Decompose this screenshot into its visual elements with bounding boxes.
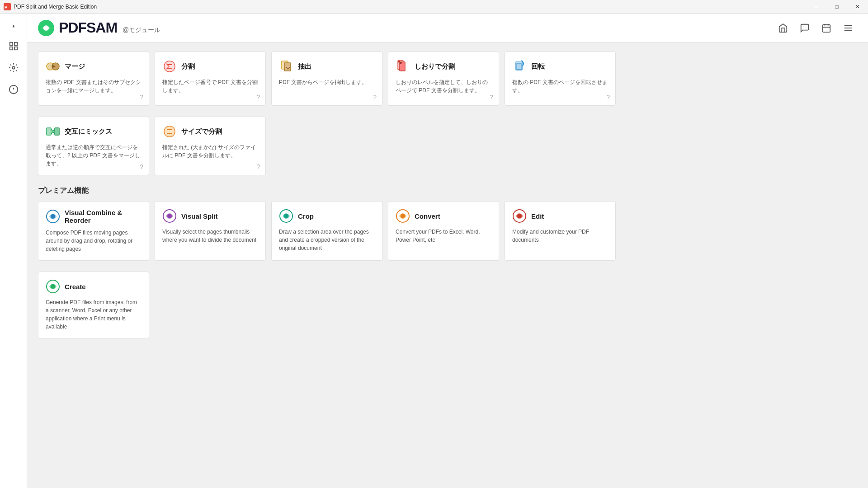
app-icon: P [4, 3, 11, 10]
card-split-header: 分割 [162, 59, 258, 74]
svg-rect-4 [9, 47, 12, 50]
card-create-desc: Generate PDF files from images, from a s… [46, 298, 142, 331]
card-split-desc: 指定したページ番号で PDF 文書を分割します。 [162, 78, 258, 94]
card-size-split-header: サイズで分割 [162, 124, 258, 139]
card-convert[interactable]: Convert Convert your PDFs to Excel, Word… [388, 201, 499, 261]
card-rotate[interactable]: 回転 複数の PDF 文書のページを回転させます。 ? [505, 52, 616, 106]
card-rotate-header: 回転 [512, 59, 608, 74]
card-bookmarks-header: しおりで分割 [396, 59, 491, 74]
card-create-header: Create [46, 279, 142, 294]
card-merge-header: マージ [46, 59, 142, 74]
sidebar-collapse-button[interactable] [5, 18, 22, 34]
card-merge[interactable]: マージ 複数の PDF 文書またはそのサブセクションを一緒にマージします。 ? [38, 52, 149, 106]
card-mix-header: 交互にミックス [46, 124, 142, 139]
card-visual-split-header: Visual Split [162, 209, 258, 223]
card-edit-header: Edit [512, 209, 608, 223]
svg-rect-25 [284, 63, 291, 71]
home-button[interactable] [774, 19, 792, 37]
create-tools-grid: Create Generate PDF files from images, f… [38, 272, 857, 338]
card-split[interactable]: 分割 指定したページ番号で PDF 文書を分割します。 ? [155, 52, 266, 106]
main-header: PDFSAM @モジュール [27, 14, 868, 42]
card-visual-combine-desc: Compose PDF files moving pages around by… [46, 229, 142, 253]
card-merge-help[interactable]: ? [140, 94, 143, 101]
svg-rect-30 [47, 128, 51, 135]
card-split-title: 分割 [181, 62, 195, 71]
card-rotate-help[interactable]: ? [606, 94, 610, 101]
chat-button[interactable] [796, 19, 814, 37]
card-convert-header: Convert [396, 209, 491, 223]
logo-area: PDFSAM @モジュール [38, 19, 160, 36]
crop-icon [279, 209, 293, 223]
card-extract-help[interactable]: ? [373, 94, 377, 101]
convert-icon [396, 209, 410, 223]
card-crop[interactable]: Crop Draw a selection area over the page… [271, 201, 382, 261]
card-visual-combine-title: Visual Combine & Reorder [65, 209, 142, 224]
svg-rect-2 [9, 42, 12, 45]
card-edit-desc: Modify and customize your PDF documents [512, 228, 608, 244]
sidebar-item-settings[interactable] [4, 58, 24, 78]
card-size-split-title: サイズで分割 [181, 127, 222, 136]
card-mix[interactable]: 交互にミックス 通常または逆の順序で交互にページを取って、2 以上の PDF 文… [38, 117, 149, 175]
svg-point-40 [284, 214, 288, 218]
card-edit-title: Edit [531, 212, 544, 220]
card-visual-combine[interactable]: Visual Combine & Reorder Compose PDF fil… [38, 201, 149, 261]
titlebar-title: PDF Split and Merge Basic Edition [14, 4, 97, 10]
card-merge-title: マージ [65, 62, 85, 71]
card-mix-desc: 通常または逆の順序で交互にページを取って、2 以上の PDF 文書をマージします… [46, 143, 142, 168]
svg-rect-29 [517, 63, 521, 70]
card-mix-title: 交互にミックス [65, 127, 112, 136]
card-size-split[interactable]: サイズで分割 指定された (大まかな) サイズのファイルに PDF 文書を分割し… [155, 117, 266, 175]
card-convert-desc: Convert your PDFs to Excel, Word, Power … [396, 228, 491, 244]
card-crop-title: Crop [298, 212, 314, 220]
svg-point-6 [12, 66, 15, 69]
pdfsam-logo-icon [38, 20, 54, 36]
card-extract-desc: PDF 文書からページを抽出します。 [279, 78, 375, 86]
card-split-help[interactable]: ? [256, 94, 260, 101]
card-merge-desc: 複数の PDF 文書またはそのサブセクションを一緒にマージします。 [46, 78, 142, 94]
svg-point-36 [51, 214, 55, 219]
create-icon [46, 279, 60, 294]
calendar-button[interactable] [817, 19, 835, 37]
menu-button[interactable] [839, 19, 857, 37]
card-extract[interactable]: 抽出 PDF 文書からページを抽出します。 ? [271, 52, 382, 106]
size-split-icon [162, 124, 177, 139]
card-visual-combine-header: Visual Combine & Reorder [46, 209, 142, 224]
card-bookmarks-help[interactable]: ? [490, 94, 493, 101]
card-mix-help[interactable]: ? [140, 163, 143, 170]
card-edit[interactable]: Edit Modify and customize your PDF docum… [505, 201, 616, 261]
premium-section-title: プレミアム機能 [38, 186, 857, 196]
svg-point-42 [401, 214, 405, 218]
header-icons [774, 19, 857, 37]
edit-icon [512, 209, 527, 223]
card-visual-split[interactable]: Visual Split Visually select the pages t… [155, 201, 266, 261]
card-size-split-help[interactable]: ? [256, 163, 260, 170]
logo-text: PDFSAM [59, 19, 117, 36]
visual-combine-icon [46, 209, 60, 224]
card-create[interactable]: Create Generate PDF files from images, f… [38, 272, 149, 338]
card-rotate-title: 回転 [531, 62, 545, 71]
logo-sub: @モジュール [123, 26, 160, 36]
card-extract-header: 抽出 [279, 59, 375, 74]
svg-point-38 [167, 214, 172, 218]
mix-icon [46, 124, 60, 139]
basic-tools-grid-2: 交互にミックス 通常または逆の順序で交互にページを取って、2 以上の PDF 文… [38, 117, 857, 175]
split-icon [162, 59, 177, 74]
premium-tools-grid: Visual Combine & Reorder Compose PDF fil… [38, 201, 857, 261]
basic-tools-grid: マージ 複数の PDF 文書またはそのサブセクションを一緒にマージします。 ? [38, 52, 857, 106]
minimize-button[interactable]: – [806, 0, 826, 14]
close-button[interactable]: ✕ [847, 0, 868, 14]
titlebar: P PDF Split and Merge Basic Edition – □ … [0, 0, 868, 14]
svg-point-11 [44, 26, 48, 30]
sidebar-item-info[interactable] [4, 80, 24, 99]
card-bookmarks-title: しおりで分割 [415, 62, 455, 71]
card-extract-title: 抽出 [298, 62, 311, 71]
card-visual-split-desc: Visually select the pages thumbnails whe… [162, 228, 258, 244]
card-create-title: Create [65, 283, 86, 291]
svg-rect-5 [14, 47, 17, 50]
sidebar-item-grid[interactable] [4, 36, 24, 56]
card-bookmarks[interactable]: しおりで分割 しおりのレベルを指定して、しおりのページで PDF 文書を分割しま… [388, 52, 499, 106]
sidebar [0, 14, 27, 488]
svg-rect-31 [55, 128, 59, 135]
maximize-button[interactable]: □ [826, 0, 847, 14]
svg-text:P: P [5, 5, 7, 9]
